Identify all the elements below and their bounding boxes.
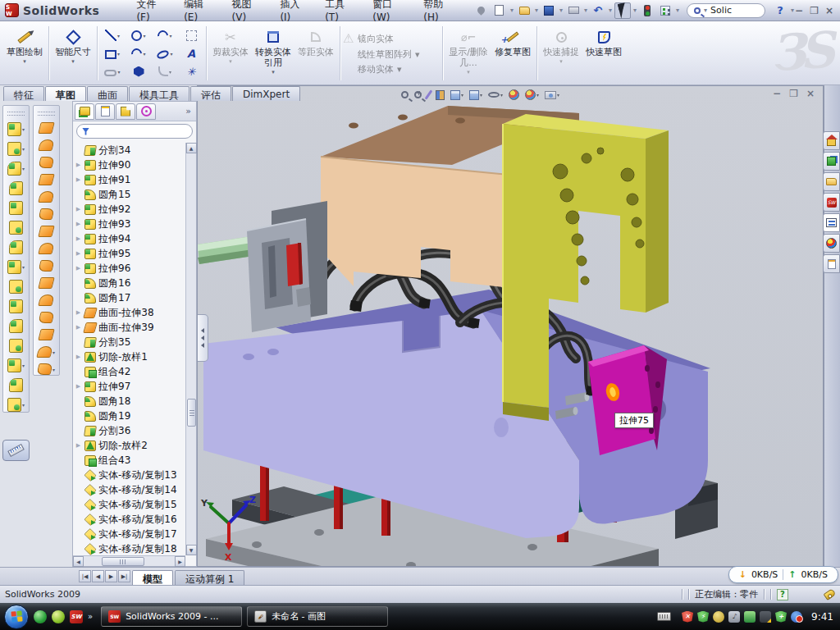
circle-button[interactable]: ▾	[126, 26, 151, 44]
sketch-fillet-button[interactable]: ▾	[153, 62, 177, 80]
curves-button[interactable]: ▾	[7, 398, 25, 412]
fillet-button[interactable]: ▾	[7, 162, 25, 176]
reference-geometry-button[interactable]: ▾	[7, 358, 25, 372]
boundary-surface-button[interactable]	[39, 191, 53, 203]
selection-box-button[interactable]	[179, 26, 203, 44]
planar-surface-button[interactable]	[39, 226, 53, 237]
mirror-entities-button[interactable]: ⚠ 镜向实体	[343, 31, 440, 46]
quick-snaps-button[interactable]: 快速捕捉▾	[540, 24, 582, 83]
tree-item[interactable]: ▶拉伸96	[75, 261, 185, 276]
tab-草图[interactable]: 草图	[45, 86, 86, 101]
taskbar-button[interactable]: 🖌未命名 - 画图	[247, 606, 388, 627]
shell-button[interactable]	[9, 221, 23, 235]
configurationmanager-tab[interactable]	[116, 103, 135, 120]
tree-item[interactable]: 分割36	[75, 423, 185, 438]
tree-item[interactable]: 圆角19	[75, 409, 185, 423]
graphics-viewport[interactable]: Y Z X ▾▾▾▾▾ − ❒ × 拉伸75	[197, 85, 824, 567]
view-settings-button[interactable]: ▾	[486, 90, 504, 99]
propertymanager-tab[interactable]	[95, 103, 115, 120]
display-delete-relations-button[interactable]: ⌀⌐ 显示/删除几...▾	[445, 24, 491, 83]
repair-sketch-button[interactable]: 修复草图	[491, 24, 534, 83]
expand-arrow-icon[interactable]: ▶	[75, 324, 82, 331]
tree-item[interactable]: 圆角18	[75, 394, 185, 409]
new-document-icon[interactable]	[491, 2, 508, 19]
scroll-up-button[interactable]: ▲	[186, 143, 197, 153]
tree-item[interactable]: 实体-移动/复制14	[75, 482, 185, 497]
input-method-keyboard-icon[interactable]	[657, 612, 671, 621]
scroll-right-button[interactable]: ▶	[175, 556, 185, 567]
linear-pattern-button[interactable]: ▾	[7, 260, 25, 274]
extend-surface-button[interactable]	[39, 329, 53, 340]
section-view-button[interactable]	[426, 88, 431, 102]
extruded-surface-button[interactable]	[39, 122, 53, 134]
print-icon[interactable]	[565, 2, 582, 19]
tree-item[interactable]: 组合43	[75, 453, 185, 468]
tree-item[interactable]: 实体-移动/复制13	[75, 468, 185, 482]
reference-point-button[interactable]	[9, 378, 23, 392]
tree-item[interactable]: ▶拉伸97	[75, 379, 185, 394]
health-shield-icon[interactable]: +	[775, 611, 787, 623]
design-library-tab[interactable]	[823, 152, 840, 171]
save-icon[interactable]	[541, 2, 557, 19]
volume-icon[interactable]: ♪	[728, 611, 740, 623]
expand-arrow-icon[interactable]: ▶	[75, 221, 82, 227]
restore-button[interactable]: ❒	[810, 5, 819, 16]
featuremanager-tree-tab[interactable]	[75, 103, 94, 120]
polygon-button[interactable]	[126, 62, 151, 80]
measure-button[interactable]	[2, 440, 30, 461]
lofted-surface-button[interactable]	[39, 174, 53, 185]
expand-arrow-icon[interactable]: ▶	[75, 176, 82, 183]
expand-arrow-icon[interactable]: ▶	[75, 206, 82, 212]
tab-评估[interactable]: 评估	[190, 86, 231, 101]
tags-icon[interactable]	[824, 588, 837, 600]
mirror-button[interactable]	[9, 280, 23, 294]
antivirus-alert-icon[interactable]: ✕	[682, 611, 693, 623]
tree-item[interactable]: 分割34	[75, 143, 185, 158]
linear-sketch-pattern-button[interactable]: 线性草图阵列▾	[343, 48, 440, 61]
tree-item[interactable]: 实体-移动/复制18	[75, 541, 185, 555]
appearances-tab[interactable]	[823, 234, 840, 253]
reference-point2-button[interactable]: ▾	[38, 346, 55, 358]
delete-face-button[interactable]	[39, 312, 53, 323]
scroll-thumb-h[interactable]	[102, 557, 144, 566]
start-button[interactable]	[4, 605, 29, 629]
expand-arrow-icon[interactable]: ▶	[75, 309, 82, 316]
taskbar-button[interactable]: SWSolidWorks 2009 - ...	[101, 606, 242, 627]
tab-nav-button[interactable]: ▶|	[118, 570, 130, 582]
fillet-surface-button[interactable]	[39, 294, 53, 306]
tree-item[interactable]: ▶拉伸93	[75, 217, 185, 231]
slot-button[interactable]: ▾	[100, 62, 125, 80]
doc-close-button[interactable]: ×	[806, 88, 815, 99]
expand-arrow-icon[interactable]: ▶	[75, 235, 82, 242]
rapid-sketch-button[interactable]: 快速草图	[582, 24, 625, 83]
zoom-to-fit-button[interactable]	[399, 89, 410, 100]
tree-item[interactable]: ▶拉伸91	[75, 172, 185, 187]
edit-appearance-button[interactable]	[507, 88, 521, 102]
search-input[interactable]: Solic	[710, 5, 732, 16]
offset-entities-button[interactable]: 等距实体	[294, 24, 337, 83]
split-button[interactable]	[9, 319, 23, 333]
help-icon[interactable]: ?	[772, 2, 788, 19]
sketch-button[interactable]: 草图绘制▾	[3, 24, 46, 83]
swept-surface-button[interactable]	[39, 157, 53, 168]
solidworks-resources-tab[interactable]: SW	[823, 193, 840, 212]
home-tab[interactable]	[823, 131, 840, 150]
pin-icon[interactable]	[473, 2, 490, 19]
tab-特征[interactable]: 特征	[3, 86, 44, 101]
tree-vertical-scrollbar[interactable]: ▲ ▼	[185, 143, 196, 555]
tree-item[interactable]: ▶拉伸94	[75, 231, 185, 246]
tab-nav-button[interactable]: |◀	[79, 570, 91, 582]
tab-nav-button[interactable]: ◀	[92, 570, 104, 582]
expand-arrow-icon[interactable]: ▶	[75, 250, 82, 257]
tree-item[interactable]: 实体-移动/复制17	[75, 527, 185, 541]
apply-scene-button[interactable]: ▾	[523, 88, 541, 102]
tree-item[interactable]: 实体-移动/复制16	[75, 512, 185, 527]
security-shield-icon[interactable]: ⚡	[697, 611, 709, 623]
wireless-warning-icon[interactable]	[760, 611, 771, 623]
certificate-icon[interactable]	[713, 611, 724, 623]
tree-item[interactable]: ▶曲面-拉伸39	[75, 320, 185, 335]
custom-properties-tab[interactable]	[823, 254, 840, 273]
dimxpertmanager-tab[interactable]	[136, 103, 156, 120]
tree-item[interactable]: ▶曲面-拉伸38	[75, 305, 185, 320]
pane-splitter-handle[interactable]	[198, 314, 208, 362]
